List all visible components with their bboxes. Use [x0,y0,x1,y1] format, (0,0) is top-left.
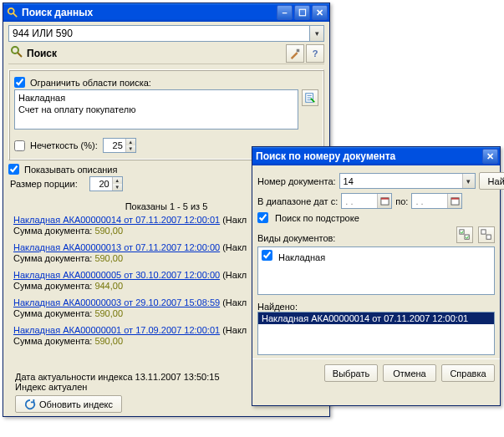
uncheck-all-button[interactable] [478,226,495,243]
result-suffix: (Накл [220,270,247,280]
help-button[interactable]: ? [306,44,324,63]
result-meta-label: Сумма документа: [13,226,92,236]
found-label: Найдено: [257,302,298,312]
result-link[interactable]: Накладная АКА00000005 от 30.10.2007 12:0… [13,270,220,280]
spin-down[interactable]: ▼ [113,184,122,191]
page-size-label: Размер порции: [10,179,78,189]
daterange-label: В диапазоне дат с: [257,196,338,206]
list-item[interactable]: Счет на оплату покупателю [18,104,294,115]
check-all-button[interactable] [456,226,473,243]
cancel-button[interactable]: Отмена [383,364,436,382]
result-suffix: (Накл [220,215,247,225]
titlebar[interactable]: Поиск по номеру документа ✕ [252,147,500,165]
substring-label: Поиск по подстроке [275,213,359,223]
window-title: Поиск данных [22,7,275,18]
svg-line-1 [13,13,17,17]
close-button[interactable]: ✕ [482,149,498,164]
date-from-input[interactable]: . . [341,193,392,209]
doctypes-label: Виды документов: [257,233,453,243]
svg-rect-7 [381,198,389,200]
refresh-index-button[interactable]: Обновить индекс [15,395,122,413]
fuzzy-value[interactable] [104,139,125,152]
titlebar[interactable]: Поиск данных – ☐ ✕ [3,3,329,22]
result-link[interactable]: Накладная АКА00000014 от 07.11.2007 12:0… [13,215,220,225]
calendar-icon[interactable] [377,194,391,208]
docnum-dropdown-button[interactable] [462,174,475,188]
date-to-label: по: [395,196,408,206]
svg-point-0 [8,8,14,14]
docnum-input[interactable] [340,174,462,188]
search-by-docnum-window: Поиск по номеру документа ✕ Номер докуме… [252,146,501,406]
list-item[interactable]: Накладная [18,92,294,104]
limit-scope-label: Ограничить области поиска: [30,78,151,88]
fuzzy-checkbox[interactable] [14,140,25,151]
maximize-button[interactable]: ☐ [294,5,310,20]
edit-scope-button[interactable] [302,89,318,106]
result-link[interactable]: Накладная АКА00000013 от 07.11.2007 12:0… [13,242,220,252]
close-button[interactable]: ✕ [312,5,328,20]
doctype-checkbox[interactable] [262,250,272,261]
page-size-spinner[interactable]: ▲▼ [89,176,123,191]
fuzzy-label: Нечеткость (%): [30,140,98,150]
spin-up[interactable]: ▲ [126,139,135,145]
svg-rect-13 [486,235,491,239]
list-item[interactable]: Накладная [262,249,491,263]
show-desc-label: Показывать описания [24,165,117,175]
page-size-value[interactable] [90,177,112,191]
search-dropdown-button[interactable] [310,25,324,42]
svg-point-2 [12,47,18,53]
refresh-index-label: Обновить индекс [39,399,113,409]
help-button[interactable]: Справка [441,364,495,382]
minimize-button[interactable]: – [277,5,293,20]
svg-rect-9 [451,198,459,200]
svg-line-3 [18,53,22,57]
settings-button[interactable] [286,44,304,63]
docnum-combo[interactable] [339,173,476,189]
calendar-icon[interactable] [447,194,461,208]
app-icon [7,7,18,18]
search-input[interactable] [8,25,310,42]
fuzzy-spinner[interactable]: ▲▼ [103,138,136,153]
docnum-label: Номер документа: [257,176,336,186]
result-meta-label: Сумма документа: [13,253,92,263]
magnifier-icon [10,45,23,61]
result-suffix: (Накл [220,242,247,252]
select-button[interactable]: Выбрать [324,364,378,382]
search-button-label[interactable]: Поиск [27,48,57,59]
spin-up[interactable]: ▲ [113,177,122,184]
result-meta-label: Сумма документа: [13,336,92,346]
result-meta-label: Сумма документа: [13,308,92,318]
find-button[interactable]: Найти [479,172,504,190]
result-link[interactable]: Накладная АКА00000001 от 17.09.2007 12:0… [13,325,220,335]
window-title: Поиск по номеру документа [256,150,481,162]
result-meta-value: 590,00 [94,226,123,236]
result-meta-value: 944,00 [94,281,123,291]
doctypes-listbox[interactable]: Накладная [257,246,495,295]
found-listbox[interactable]: Накладная АКА00000014 от 07.11.2007 12:0… [257,312,495,355]
result-suffix: (Накл [220,297,247,307]
limit-scope-checkbox[interactable] [14,77,25,88]
result-meta-label: Сумма документа: [13,281,92,291]
spin-down[interactable]: ▼ [126,145,135,152]
result-meta-value: 590,00 [94,253,123,263]
svg-rect-4 [297,48,300,52]
svg-rect-12 [481,230,486,234]
scope-listbox[interactable]: Накладная Счет на оплату покупателю [14,89,298,130]
result-link[interactable]: Накладная АКА00000003 от 29.10.2007 15:0… [13,297,220,307]
date-to-input[interactable]: . . [411,193,462,209]
show-desc-checkbox[interactable] [8,164,19,175]
substring-checkbox[interactable] [257,212,268,223]
result-meta-value: 590,00 [94,308,123,318]
result-suffix: (Накл [220,325,247,335]
found-item-selected[interactable]: Накладная АКА00000014 от 07.11.2007 12:0… [258,313,494,324]
result-meta-value: 590,00 [94,336,123,346]
